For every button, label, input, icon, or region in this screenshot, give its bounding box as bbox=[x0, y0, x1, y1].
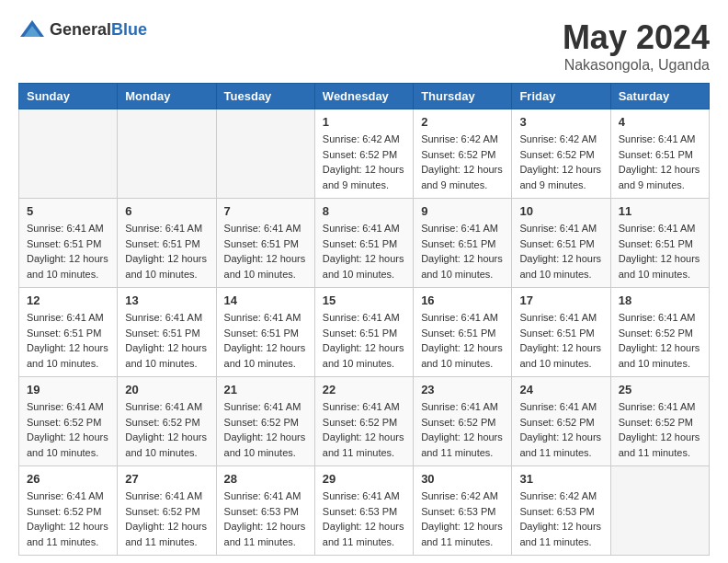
day-info-line: and 10 minutes. bbox=[125, 267, 208, 282]
day-info-line: Sunrise: 6:41 AM bbox=[323, 488, 405, 504]
day-info: Sunrise: 6:41 AMSunset: 6:51 PMDaylight:… bbox=[519, 221, 602, 282]
calendar-cell: 16Sunrise: 6:41 AMSunset: 6:51 PMDayligh… bbox=[414, 288, 512, 377]
day-info: Sunrise: 6:42 AMSunset: 6:52 PMDaylight:… bbox=[323, 132, 405, 192]
calendar-cell: 12Sunrise: 6:41 AMSunset: 6:51 PMDayligh… bbox=[19, 288, 118, 377]
calendar-cell: 28Sunrise: 6:41 AMSunset: 6:53 PMDayligh… bbox=[216, 466, 314, 556]
day-info: Sunrise: 6:42 AMSunset: 6:53 PMDaylight:… bbox=[519, 488, 602, 549]
day-info-line: Daylight: 12 hours bbox=[125, 519, 208, 534]
calendar-cell: 19Sunrise: 6:41 AMSunset: 6:52 PMDayligh… bbox=[19, 377, 118, 466]
day-number: 21 bbox=[224, 383, 307, 396]
day-info-line: Daylight: 12 hours bbox=[619, 340, 701, 356]
day-info-line: Daylight: 12 hours bbox=[323, 519, 405, 534]
day-info-line: Sunset: 6:52 PM bbox=[619, 326, 701, 341]
day-info-line: Daylight: 12 hours bbox=[224, 430, 307, 445]
calendar-cell: 3Sunrise: 6:42 AMSunset: 6:52 PMDaylight… bbox=[512, 109, 610, 199]
day-number: 23 bbox=[421, 383, 504, 396]
day-info-line: and 11 minutes. bbox=[125, 534, 208, 550]
calendar-cell: 31Sunrise: 6:42 AMSunset: 6:53 PMDayligh… bbox=[512, 466, 610, 556]
calendar-cell: 17Sunrise: 6:41 AMSunset: 6:51 PMDayligh… bbox=[512, 288, 610, 377]
day-number: 30 bbox=[421, 472, 504, 486]
day-number: 11 bbox=[619, 204, 701, 218]
day-info-line: Sunrise: 6:42 AM bbox=[421, 132, 504, 147]
day-number: 15 bbox=[323, 293, 405, 307]
day-info-line: Daylight: 12 hours bbox=[27, 430, 109, 445]
day-info: Sunrise: 6:41 AMSunset: 6:52 PMDaylight:… bbox=[323, 399, 405, 460]
day-info-line: Daylight: 12 hours bbox=[224, 251, 307, 267]
day-number: 1 bbox=[323, 115, 405, 129]
day-info-line: Daylight: 12 hours bbox=[421, 251, 504, 267]
day-info-line: Sunrise: 6:41 AM bbox=[27, 310, 109, 326]
day-info-line: Sunset: 6:51 PM bbox=[619, 236, 701, 252]
day-info-line: and 11 minutes. bbox=[519, 534, 602, 550]
day-info-line: Sunrise: 6:41 AM bbox=[224, 310, 307, 326]
day-number: 14 bbox=[224, 293, 307, 307]
day-info: Sunrise: 6:41 AMSunset: 6:52 PMDaylight:… bbox=[519, 399, 602, 460]
day-info: Sunrise: 6:41 AMSunset: 6:51 PMDaylight:… bbox=[421, 221, 504, 282]
day-info-line: Daylight: 12 hours bbox=[224, 340, 307, 356]
day-info: Sunrise: 6:41 AMSunset: 6:51 PMDaylight:… bbox=[619, 132, 701, 192]
day-number: 24 bbox=[519, 383, 602, 396]
day-info-line: and 10 minutes. bbox=[421, 356, 504, 372]
day-info-line: and 10 minutes. bbox=[323, 267, 405, 282]
day-info-line: Sunset: 6:51 PM bbox=[323, 236, 405, 252]
day-number: 29 bbox=[323, 472, 405, 486]
day-info-line: Sunset: 6:53 PM bbox=[421, 504, 504, 520]
calendar-week-1: 1Sunrise: 6:42 AMSunset: 6:52 PMDaylight… bbox=[19, 109, 710, 199]
day-info-line: Sunrise: 6:42 AM bbox=[519, 132, 602, 147]
day-info: Sunrise: 6:41 AMSunset: 6:51 PMDaylight:… bbox=[224, 221, 307, 282]
day-info-line: Sunrise: 6:42 AM bbox=[323, 132, 405, 147]
day-number: 12 bbox=[27, 293, 109, 307]
day-info-line: and 10 minutes. bbox=[27, 356, 109, 372]
day-info-line: Sunset: 6:51 PM bbox=[27, 236, 109, 252]
day-number: 8 bbox=[323, 204, 405, 218]
day-info-line: Sunrise: 6:41 AM bbox=[421, 221, 504, 236]
day-info-line: and 11 minutes. bbox=[519, 445, 602, 461]
day-info: Sunrise: 6:41 AMSunset: 6:51 PMDaylight:… bbox=[519, 310, 602, 371]
day-info-line: Sunrise: 6:41 AM bbox=[421, 399, 504, 415]
day-info-line: and 10 minutes. bbox=[519, 356, 602, 372]
day-number: 6 bbox=[125, 204, 208, 218]
day-number: 3 bbox=[519, 115, 602, 129]
day-info-line: Sunset: 6:52 PM bbox=[27, 504, 109, 520]
calendar-cell: 30Sunrise: 6:42 AMSunset: 6:53 PMDayligh… bbox=[414, 466, 512, 556]
day-info-line: Daylight: 12 hours bbox=[125, 251, 208, 267]
day-info-line: Sunrise: 6:42 AM bbox=[519, 488, 602, 504]
calendar-week-4: 19Sunrise: 6:41 AMSunset: 6:52 PMDayligh… bbox=[19, 377, 710, 466]
day-info-line: Sunrise: 6:42 AM bbox=[421, 488, 504, 504]
day-info-line: Daylight: 12 hours bbox=[27, 251, 109, 267]
day-info: Sunrise: 6:41 AMSunset: 6:52 PMDaylight:… bbox=[619, 310, 701, 371]
day-info-line: Daylight: 12 hours bbox=[519, 340, 602, 356]
day-info-line: Sunrise: 6:41 AM bbox=[224, 488, 307, 504]
day-info-line: and 9 minutes. bbox=[619, 178, 701, 193]
day-info-line: Sunset: 6:51 PM bbox=[27, 326, 109, 341]
day-number: 19 bbox=[27, 383, 109, 396]
calendar-cell bbox=[19, 109, 118, 199]
calendar-cell: 11Sunrise: 6:41 AMSunset: 6:51 PMDayligh… bbox=[610, 199, 709, 288]
day-info-line: Sunset: 6:52 PM bbox=[323, 147, 405, 163]
day-info: Sunrise: 6:41 AMSunset: 6:52 PMDaylight:… bbox=[27, 399, 109, 460]
day-info-line: and 11 minutes. bbox=[619, 445, 701, 461]
day-info: Sunrise: 6:41 AMSunset: 6:51 PMDaylight:… bbox=[125, 310, 208, 371]
day-info-line: Sunrise: 6:41 AM bbox=[519, 399, 602, 415]
day-info-line: Daylight: 12 hours bbox=[421, 430, 504, 445]
day-info-line: and 10 minutes. bbox=[224, 356, 307, 372]
calendar-cell: 18Sunrise: 6:41 AMSunset: 6:52 PMDayligh… bbox=[610, 288, 709, 377]
day-info-line: Daylight: 12 hours bbox=[125, 340, 208, 356]
day-info-line: Sunset: 6:52 PM bbox=[125, 415, 208, 431]
day-number: 18 bbox=[619, 293, 701, 307]
calendar-cell: 22Sunrise: 6:41 AMSunset: 6:52 PMDayligh… bbox=[314, 377, 413, 466]
day-info-line: Sunrise: 6:41 AM bbox=[224, 221, 307, 236]
day-info-line: Sunrise: 6:41 AM bbox=[323, 310, 405, 326]
day-info: Sunrise: 6:41 AMSunset: 6:51 PMDaylight:… bbox=[323, 221, 405, 282]
day-number: 2 bbox=[421, 115, 504, 129]
day-info-line: and 10 minutes. bbox=[125, 356, 208, 372]
day-info-line: and 10 minutes. bbox=[619, 267, 701, 282]
day-info-line: Daylight: 12 hours bbox=[323, 430, 405, 445]
calendar-cell: 27Sunrise: 6:41 AMSunset: 6:52 PMDayligh… bbox=[118, 466, 216, 556]
day-number: 25 bbox=[619, 383, 701, 396]
day-info-line: Sunset: 6:53 PM bbox=[224, 504, 307, 520]
day-number: 26 bbox=[27, 472, 109, 486]
day-info-line: Sunset: 6:53 PM bbox=[323, 504, 405, 520]
day-info-line: Daylight: 12 hours bbox=[519, 519, 602, 534]
day-info-line: and 10 minutes. bbox=[224, 445, 307, 461]
